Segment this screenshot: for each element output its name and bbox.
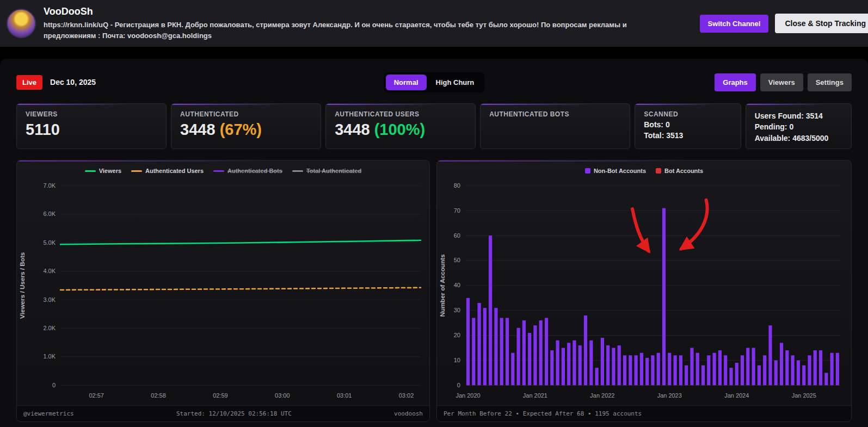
svg-text:1.0K: 1.0K	[43, 353, 56, 360]
card-viewers-value: 5110	[26, 121, 157, 139]
legend-label: Viewers	[99, 168, 121, 174]
svg-text:20: 20	[454, 332, 460, 338]
card-authenticated-users: AUTHENTICATED USERS 3448 (100%)	[325, 103, 476, 149]
card-scanned: SCANNED Bots: 0 Total: 3513	[635, 103, 741, 149]
line-chart-legend: ViewersAuthenticated UsersAuthenticated …	[17, 160, 429, 177]
card-viewers-label: VIEWERS	[26, 110, 157, 118]
card-viewers: VIEWERS 5110	[16, 103, 167, 149]
channel-avatar	[7, 9, 36, 38]
header-actions: Switch Channel Close & Stop Tracking	[700, 14, 868, 33]
svg-text:Viewers / Users / Bots: Viewers / Users / Bots	[19, 252, 26, 319]
authenticated-users-percent: (100%)	[374, 121, 426, 138]
svg-text:4.0K: 4.0K	[43, 268, 56, 274]
legend-swatch	[213, 170, 224, 172]
svg-text:Jan 2024: Jan 2024	[724, 392, 749, 399]
bar-chart-svg: 01020304050607080Jan 2020Jan 2021Jan 202…	[437, 177, 851, 405]
footer-started-timestamp: Started: 12/10/2025 02:56:18 UTC	[176, 410, 292, 417]
svg-text:02:57: 02:57	[89, 392, 103, 399]
svg-text:40: 40	[454, 282, 460, 288]
card-authenticated-bots-label: AUTHENTICATED BOTS	[489, 110, 621, 118]
svg-text:Jan 2021: Jan 2021	[523, 392, 547, 399]
scanned-bots: Bots: 0	[644, 119, 731, 130]
mode-high-churn-button[interactable]: High Churn	[428, 75, 483, 90]
authenticated-percent: (67%)	[220, 121, 262, 138]
svg-text:02:59: 02:59	[213, 392, 227, 399]
close-stop-tracking-button[interactable]: Close & Stop Tracking	[775, 14, 868, 33]
main-panel: Live Dec 10, 2025 Normal High Churn Grap…	[0, 59, 868, 427]
toolbar: Live Dec 10, 2025 Normal High Churn Grap…	[16, 73, 852, 91]
svg-text:2.0K: 2.0K	[43, 325, 56, 331]
svg-text:03:00: 03:00	[275, 392, 290, 399]
card-capacity: Users Found: 3514 Pending: 0 Available: …	[746, 103, 852, 149]
svg-text:0: 0	[52, 382, 56, 388]
switch-channel-button[interactable]: Switch Channel	[700, 15, 769, 33]
channel-info: VooDooSh https://rknn.link/uQ - Регистра…	[44, 6, 692, 41]
tab-graphs[interactable]: Graphs	[715, 73, 756, 91]
mode-normal-button[interactable]: Normal	[386, 75, 427, 90]
svg-text:Jan 2025: Jan 2025	[792, 392, 816, 399]
svg-text:7.0K: 7.0K	[43, 182, 56, 189]
card-scanned-label: SCANNED	[644, 110, 731, 118]
footer-account-stats: Per Month Before 22 • Expected After 68 …	[444, 410, 642, 417]
svg-text:60: 60	[454, 232, 460, 239]
legend-label: Authenticated Bots	[227, 168, 282, 174]
legend-item[interactable]: Total Authenticated	[292, 168, 361, 174]
tab-settings[interactable]: Settings	[808, 73, 852, 91]
legend-swatch	[585, 168, 590, 174]
legend-item[interactable]: Authenticated Bots	[213, 168, 282, 174]
channel-description: https://rknn.link/uQ - Регистрация в РКН…	[44, 20, 675, 41]
legend-swatch	[656, 168, 661, 174]
legend-swatch	[85, 170, 96, 172]
legend-item[interactable]: Viewers	[85, 168, 121, 174]
card-authenticated-label: AUTHENTICATED	[180, 110, 312, 118]
bar-chart-legend: Non-Bot AccountsBot Accounts	[437, 160, 851, 177]
card-authenticated-users-value: 3448 (100%)	[335, 121, 466, 139]
line-chart-svg: 01.0K2.0K3.0K4.0K5.0K6.0K7.0K02:5702:580…	[17, 177, 429, 405]
svg-text:Number of Accounts: Number of Accounts	[439, 254, 446, 317]
svg-text:70: 70	[454, 207, 460, 214]
legend-swatch	[131, 170, 142, 172]
toolbar-left: Live Dec 10, 2025	[16, 75, 384, 90]
viewer-metrics-panel: ViewersAuthenticated UsersAuthenticated …	[16, 160, 430, 422]
legend-label: Non-Bot Accounts	[594, 168, 646, 174]
svg-text:30: 30	[454, 307, 460, 313]
svg-text:Jan 2022: Jan 2022	[590, 392, 614, 399]
svg-text:50: 50	[454, 257, 460, 263]
legend-label: Total Authenticated	[306, 168, 361, 174]
card-authenticated-value: 3448 (67%)	[180, 121, 312, 139]
stream-date: Dec 10, 2025	[50, 78, 96, 86]
stats-row: VIEWERS 5110 AUTHENTICATED 3448 (67%) AU…	[16, 103, 852, 149]
legend-item[interactable]: Non-Bot Accounts	[585, 168, 646, 174]
svg-text:02:58: 02:58	[151, 392, 165, 399]
card-authenticated-bots: AUTHENTICATED BOTS	[480, 103, 630, 149]
line-chart-footer: @viewermetrics Started: 12/10/2025 02:56…	[17, 405, 429, 422]
charts-row: ViewersAuthenticated UsersAuthenticated …	[16, 160, 852, 422]
tab-viewers[interactable]: Viewers	[760, 73, 803, 91]
svg-text:3.0K: 3.0K	[43, 296, 56, 302]
view-switcher: Graphs Viewers Settings	[484, 73, 852, 91]
footer-watermark: @viewermetrics	[23, 410, 74, 417]
svg-text:Jan 2023: Jan 2023	[657, 392, 682, 399]
live-status-badge: Live	[16, 75, 42, 90]
svg-text:0: 0	[457, 382, 460, 388]
svg-text:03:01: 03:01	[337, 392, 352, 399]
account-age-panel: Non-Bot AccountsBot Accounts 01020304050…	[436, 160, 852, 422]
churn-mode-toggle: Normal High Churn	[384, 72, 485, 92]
legend-label: Bot Accounts	[664, 168, 703, 174]
svg-text:80: 80	[454, 182, 460, 189]
svg-text:10: 10	[454, 357, 460, 363]
scanned-total: Total: 3513	[644, 130, 731, 141]
channel-name: VooDooSh	[44, 6, 692, 17]
legend-item[interactable]: Authenticated Users	[131, 168, 204, 174]
card-authenticated-users-label: AUTHENTICATED USERS	[335, 110, 466, 118]
available: Available: 4683/5000	[755, 133, 842, 144]
svg-text:6.0K: 6.0K	[43, 211, 56, 217]
bar-chart-footer: Per Month Before 22 • Expected After 68 …	[437, 405, 851, 422]
legend-item[interactable]: Bot Accounts	[656, 168, 703, 174]
legend-swatch	[292, 170, 303, 172]
pending: Pending: 0	[755, 121, 842, 132]
users-found: Users Found: 3514	[755, 110, 842, 121]
legend-label: Authenticated Users	[145, 168, 204, 174]
card-authenticated: AUTHENTICATED 3448 (67%)	[171, 103, 321, 149]
svg-text:03:02: 03:02	[399, 392, 414, 399]
